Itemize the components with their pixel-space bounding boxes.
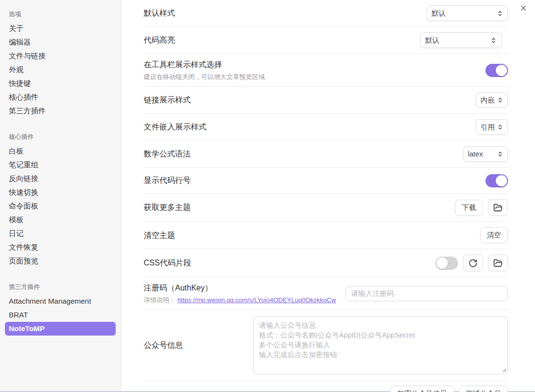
setting-label: 文件嵌入展示样式 xyxy=(144,122,206,132)
refresh-icon xyxy=(468,259,478,268)
link-style-select[interactable]: 内嵌 xyxy=(476,92,508,108)
select-value: 内嵌 xyxy=(481,96,495,105)
setting-label: 公众号信息 xyxy=(144,340,183,351)
select-value: 引用 xyxy=(481,123,495,132)
sidebar-header-community-plugins: 第三方插件 xyxy=(0,281,121,294)
settings-dialog: 选项 关于 编辑器 文件与链接 外观 快捷键 核心插件 第三方插件 核心插件 白… xyxy=(0,0,535,392)
setting-label: 数学公式语法 xyxy=(144,149,191,159)
setting-label: CSS代码片段 xyxy=(144,258,191,268)
default-style-select[interactable]: 默认 xyxy=(427,5,508,21)
setting-description: 建议在移动端关闭，可以增大文章预览区域 xyxy=(144,73,265,81)
setting-row-link-style: 链接展示样式 内嵌 xyxy=(144,87,508,114)
toggle-knob xyxy=(496,65,507,76)
sidebar-item-about[interactable]: 关于 xyxy=(0,22,121,35)
sidebar-item-hotkeys[interactable]: 快捷键 xyxy=(0,77,121,90)
setting-label: 获取更多主题 xyxy=(144,202,191,213)
sidebar-item-templates[interactable]: 模板 xyxy=(0,213,121,227)
setting-row-math-syntax: 数学公式语法 latex xyxy=(144,141,508,168)
file-embed-style-select[interactable]: 引用 xyxy=(476,119,508,135)
open-theme-folder-button[interactable] xyxy=(488,199,508,216)
sidebar-item-daily-notes[interactable]: 日记 xyxy=(0,227,121,240)
sidebar-item-attachment-management[interactable]: Attachment Management xyxy=(0,294,121,308)
sidebar-item-brat[interactable]: BRAT xyxy=(0,308,121,322)
setting-row-code-line-numbers: 显示代码行号 xyxy=(144,168,508,194)
settings-sidebar: 选项 关于 编辑器 文件与链接 外观 快捷键 核心插件 第三方插件 核心插件 白… xyxy=(0,0,121,391)
close-icon[interactable] xyxy=(518,3,528,13)
sidebar-item-files-links[interactable]: 文件与链接 xyxy=(0,49,121,63)
css-snippets-toggle[interactable] xyxy=(435,257,458,270)
authkey-input[interactable] xyxy=(345,286,508,301)
math-syntax-select[interactable]: latex xyxy=(463,146,508,162)
sidebar-header-core-plugins: 核心插件 xyxy=(0,131,121,144)
sidebar-item-page-preview[interactable]: 页面预览 xyxy=(0,254,121,268)
sidebar-group-options: 选项 关于 编辑器 文件与链接 外观 快捷键 核心插件 第三方插件 xyxy=(0,8,121,118)
setting-label: 默认样式 xyxy=(144,8,175,19)
chevron-up-down-icon xyxy=(497,124,503,130)
sidebar-item-core-plugins[interactable]: 核心插件 xyxy=(0,90,121,104)
encrypt-mp-info-button[interactable]: 加密公众号信息 xyxy=(390,386,454,392)
folder-open-icon xyxy=(493,259,503,268)
setting-label: 链接展示样式 xyxy=(144,95,191,105)
chevron-up-down-icon xyxy=(497,151,503,157)
sidebar-item-appearance[interactable]: 外观 xyxy=(0,63,121,77)
chevron-up-down-icon xyxy=(497,10,503,17)
settings-footer: 加密公众号信息 测试公众号 xyxy=(144,381,508,392)
setting-label: 注册码（AuthKey） xyxy=(144,283,336,293)
sidebar-item-command-palette[interactable]: 命令面板 xyxy=(0,199,121,213)
sidebar-item-notetomp[interactable]: NoteToMP xyxy=(5,322,116,336)
toggle-knob xyxy=(496,175,507,186)
sidebar-item-quick-switcher[interactable]: 快速切换 xyxy=(0,185,121,199)
settings-content: 默认样式 默认 代码高亮 默认 xyxy=(121,0,535,391)
setting-label: 显示代码行号 xyxy=(144,175,191,186)
clear-themes-button[interactable]: 清空 xyxy=(480,227,508,243)
setting-row-file-embed-style: 文件嵌入展示样式 引用 xyxy=(144,114,508,141)
test-mp-account-button[interactable]: 测试公众号 xyxy=(459,386,509,392)
setting-label: 在工具栏展示样式选择 xyxy=(144,59,265,70)
authkey-desc-prefix: 详情说明： xyxy=(144,296,176,304)
resize-grip-icon[interactable] xyxy=(502,368,507,372)
toolbar-style-toggle[interactable] xyxy=(485,64,508,77)
setting-row-clear-themes: 清空主题 清空 xyxy=(144,222,508,249)
select-value: 默认 xyxy=(432,9,446,18)
setting-label: 代码高亮 xyxy=(144,35,175,46)
setting-row-mp-account-info: 公众号信息 xyxy=(144,310,508,381)
setting-row-code-highlight: 代码高亮 默认 xyxy=(144,27,508,54)
toggle-knob xyxy=(436,258,448,269)
chevron-up-down-icon xyxy=(497,97,503,103)
sidebar-item-backlinks[interactable]: 反向链接 xyxy=(0,172,121,185)
authkey-help-link[interactable]: https://mp.weixin.qq.com/s/LYujo4ODEYLuq… xyxy=(178,296,336,304)
setting-row-toolbar-style-picker: 在工具栏展示样式选择 建议在移动端关闭，可以增大文章预览区域 xyxy=(144,54,508,87)
setting-description: 详情说明： https://mp.weixin.qq.com/s/LYujo4O… xyxy=(144,296,336,304)
setting-row-authkey: 注册码（AuthKey） 详情说明： https://mp.weixin.qq.… xyxy=(144,277,508,310)
code-highlight-select[interactable]: 默认 xyxy=(420,32,502,48)
sidebar-item-note-composer[interactable]: 笔记重组 xyxy=(0,158,121,172)
sidebar-item-file-recovery[interactable]: 文件恢复 xyxy=(0,240,121,254)
chevron-up-down-icon xyxy=(490,37,497,44)
sidebar-item-community-plugins[interactable]: 第三方插件 xyxy=(0,104,121,118)
code-line-numbers-toggle[interactable] xyxy=(485,174,508,187)
open-snippets-folder-button[interactable] xyxy=(488,255,508,271)
setting-row-css-snippets: CSS代码片段 xyxy=(144,249,508,277)
refresh-snippets-button[interactable] xyxy=(463,255,483,271)
sidebar-item-canvas[interactable]: 白板 xyxy=(0,144,121,158)
setting-label: 清空主题 xyxy=(144,230,175,241)
mp-account-info-textarea[interactable] xyxy=(253,316,508,374)
setting-row-get-more-themes: 获取更多主题 下载 xyxy=(144,194,508,222)
select-value: 默认 xyxy=(425,36,439,45)
sidebar-header-options: 选项 xyxy=(0,8,121,22)
setting-row-default-style: 默认样式 默认 xyxy=(144,0,508,27)
sidebar-group-community-plugins: 第三方插件 Attachment Management BRAT NoteToM… xyxy=(0,281,121,336)
sidebar-group-core-plugins: 核心插件 白板 笔记重组 反向链接 快速切换 命令面板 模板 日记 文件恢复 页… xyxy=(0,131,121,268)
select-value: latex xyxy=(468,150,483,158)
sidebar-item-editor[interactable]: 编辑器 xyxy=(0,35,121,49)
folder-open-icon xyxy=(493,203,503,212)
download-theme-button[interactable]: 下载 xyxy=(455,200,483,216)
